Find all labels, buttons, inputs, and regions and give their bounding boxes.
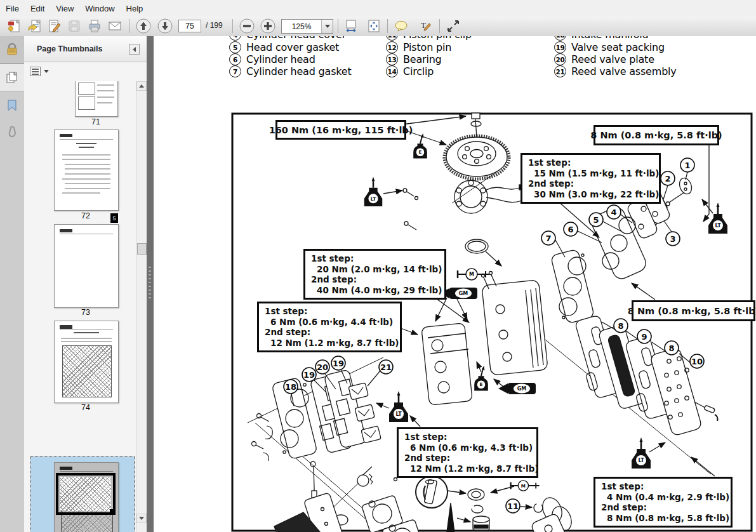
scrolling-mode-button[interactable]	[342, 18, 360, 34]
menu-edit[interactable]: Edit	[25, 1, 50, 16]
app-window: File Edit View Window Help	[0, 0, 756, 532]
svg-text:9: 9	[641, 332, 647, 342]
fit-page-icon	[366, 18, 381, 34]
bookmarks-panel-button[interactable]	[0, 92, 24, 119]
menu-window[interactable]: Window	[79, 1, 120, 16]
attachments-panel-button[interactable]	[0, 119, 24, 145]
zoom-out-button[interactable]	[238, 18, 256, 34]
svg-text:8: 8	[618, 321, 623, 331]
svg-text:M: M	[469, 272, 474, 277]
fit-page-button[interactable]	[365, 18, 383, 34]
next-page-button[interactable]	[156, 18, 174, 34]
torque-box-carb: 1st step:4 Nm (0.4 m·kg, 2.9 ft·lb) 2nd …	[594, 477, 733, 528]
thumbnail-page-71[interactable]	[75, 81, 118, 117]
torque-value: 160 Nm (16 m·kg, 115 ft·lb)	[269, 125, 413, 135]
toolbar-separator	[387, 19, 388, 33]
screw-cluster	[403, 189, 418, 230]
grease-symbol: M	[458, 269, 489, 280]
text-annotation-icon: T	[417, 18, 432, 34]
svg-text:E: E	[480, 382, 483, 387]
loctite-symbol: LT	[364, 177, 383, 207]
email-button[interactable]	[106, 18, 124, 34]
oil-symbol: E	[474, 366, 488, 391]
scroll-down-button[interactable]	[136, 514, 147, 523]
document-page: 4Cylinder head cover 5Head cover gasket …	[154, 36, 756, 532]
sign-button[interactable]	[46, 18, 63, 34]
page-down-icon	[157, 18, 173, 34]
thumbnail-label: 73	[54, 308, 117, 317]
thumbnail-scrollbar[interactable]	[136, 81, 147, 532]
intake-reed-parts	[252, 369, 381, 461]
page-up-icon	[135, 18, 152, 34]
page-number-input[interactable]	[178, 20, 201, 32]
svg-text:10: 10	[691, 357, 703, 366]
torque-value: 8 Nm (0.8 m·kg, 5.8 ft·lb)	[590, 130, 722, 140]
zoom-level-value: 125%	[282, 22, 321, 31]
thumbnail-options-icon[interactable]	[30, 67, 41, 76]
torque-box-intake: 1st step:6 Nm (0.6 m·kg, 4.3 ft·lb) 2nd …	[397, 427, 538, 478]
print-button[interactable]	[86, 18, 103, 34]
view-rectangle-resize-handle[interactable]	[110, 509, 116, 515]
menu-view[interactable]: View	[50, 1, 79, 16]
svg-text:20: 20	[317, 362, 328, 372]
chevron-down-icon	[325, 25, 330, 28]
svg-text:LT: LT	[371, 196, 377, 202]
menu-bar: File Edit View Window Help	[0, 0, 756, 17]
torque-box-crankcase-small: 1st step:6 Nm (0.6 m·kg, 4.4 ft·lb) 2nd …	[257, 302, 402, 352]
svg-text:7: 7	[545, 234, 551, 243]
thumbnail-page-72[interactable]	[54, 130, 119, 211]
toolbar-separator	[232, 19, 233, 33]
triangle-up-icon	[139, 84, 144, 88]
zoom-in-icon	[260, 18, 276, 34]
previous-page-button[interactable]	[135, 18, 152, 34]
loctite-symbol: LT	[708, 203, 727, 234]
zoom-level-control[interactable]: 125%	[281, 19, 333, 34]
thumbnail-label: 71	[64, 117, 128, 126]
menu-file[interactable]: File	[0, 1, 25, 16]
security-lock-button[interactable]	[0, 36, 24, 63]
comment-button[interactable]	[392, 18, 410, 34]
collapse-panel-button[interactable]	[129, 44, 140, 55]
svg-text:LT: LT	[715, 223, 721, 229]
svg-text:19: 19	[303, 370, 315, 380]
svg-text:8: 8	[668, 343, 674, 353]
open-file-button[interactable]	[25, 18, 43, 34]
collapse-panel-icon	[133, 47, 136, 52]
svg-text:GM: GM	[517, 386, 527, 392]
scrollbar-thumb[interactable]	[137, 243, 147, 255]
panel-title: Page Thumbnails	[37, 44, 103, 53]
menu-help[interactable]: Help	[121, 1, 149, 16]
svg-text:18: 18	[285, 382, 296, 392]
comment-bubble-icon	[394, 18, 409, 34]
toolbar-separator	[129, 19, 129, 33]
text-annotation-button[interactable]: T	[416, 18, 434, 34]
torque-box-mid-right: 8 Nm (0.8 m·kg, 5.8 ft·lb)	[632, 300, 755, 321]
save-icon	[67, 18, 82, 34]
create-pdf-button[interactable]	[5, 18, 23, 34]
panel-splitter[interactable]	[147, 36, 154, 532]
head-gasket-part	[550, 249, 594, 323]
triangle-down-icon	[139, 517, 144, 520]
svg-text:21: 21	[380, 362, 392, 372]
zoom-dropdown-button[interactable]	[321, 20, 333, 33]
fullscreen-button[interactable]	[444, 18, 462, 34]
thumbnail-page-73[interactable]	[54, 224, 119, 308]
page-thumbnails-panel-button[interactable]	[0, 63, 24, 91]
zoom-out-icon	[239, 18, 255, 34]
thumbnail-page-75[interactable]	[54, 462, 119, 532]
svg-text:11: 11	[507, 502, 519, 511]
thumbnail-page-74[interactable]	[54, 321, 119, 403]
page-view-rectangle[interactable]	[56, 473, 116, 515]
loctite-symbol: LT	[389, 391, 408, 422]
thumbnail-label: 74	[54, 403, 117, 412]
panel-options-row	[24, 62, 147, 81]
gasket-maker-symbol: GM	[498, 383, 536, 394]
chevron-down-icon	[44, 70, 49, 73]
scroll-up-button[interactable]	[136, 81, 147, 91]
save-button[interactable]	[65, 18, 83, 34]
print-icon	[87, 18, 102, 34]
svg-text:19: 19	[333, 359, 344, 368]
svg-text:6: 6	[567, 225, 573, 234]
zoom-in-button[interactable]	[259, 18, 277, 34]
svg-text:5: 5	[593, 215, 599, 225]
